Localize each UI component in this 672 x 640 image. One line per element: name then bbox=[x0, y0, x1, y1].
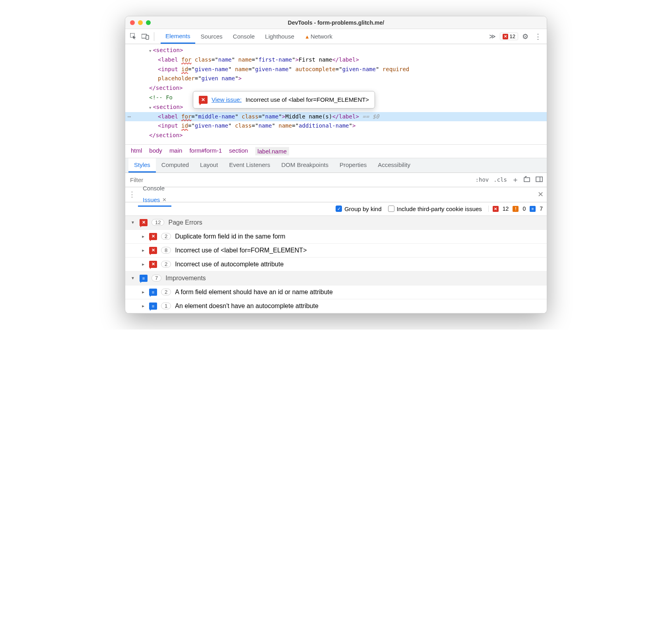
more-menu-icon[interactable]: ⋮ bbox=[532, 32, 544, 41]
breadcrumb-item[interactable]: main bbox=[169, 147, 183, 155]
error-icon: ✕ bbox=[199, 96, 208, 104]
svg-rect-3 bbox=[524, 178, 530, 182]
drawer-menu-icon[interactable]: ⋮ bbox=[128, 190, 136, 199]
error-icon: ✕ bbox=[493, 206, 499, 212]
settings-gear-icon[interactable]: ⚙ bbox=[520, 32, 531, 41]
tab-network[interactable]: ▲Network bbox=[300, 30, 337, 43]
info-icon: ≡ bbox=[530, 206, 536, 212]
sidebar-toggle-icon[interactable] bbox=[536, 176, 543, 183]
subtab-dom-breakpoints[interactable]: DOM Breakpoints bbox=[276, 158, 334, 173]
drawer-tab-console[interactable]: Console bbox=[138, 182, 171, 194]
breadcrumb: htmlbodymainform#form-1sectionlabel.name bbox=[125, 144, 547, 158]
svg-rect-2 bbox=[146, 35, 149, 39]
tab-sources[interactable]: Sources bbox=[196, 30, 227, 43]
issue-row[interactable]: ▼≡1An element doesn't have an autocomple… bbox=[125, 299, 547, 313]
error-icon: ✕ bbox=[503, 34, 508, 39]
dom-line[interactable]: <label for class="name" name="first-name… bbox=[125, 55, 547, 65]
issues-list: ▼✕12Page Errors▼✕2Duplicate form field i… bbox=[125, 216, 547, 313]
tab-lighthouse[interactable]: Lighthouse bbox=[260, 30, 299, 43]
third-party-checkbox[interactable]: Include third-party cookie issues bbox=[388, 206, 482, 212]
styles-filter-row: :hov .cls ＋ bbox=[125, 173, 547, 187]
subtab-computed[interactable]: Computed bbox=[156, 158, 194, 173]
subtab-event-listeners[interactable]: Event Listeners bbox=[223, 158, 276, 173]
computed-styles-icon[interactable] bbox=[524, 176, 531, 184]
dom-line[interactable]: <label for="middle-name" class="name">Mi… bbox=[125, 112, 547, 122]
tab-elements[interactable]: Elements bbox=[161, 29, 195, 44]
issue-group-header[interactable]: ▼✕12Page Errors bbox=[125, 216, 547, 229]
issue-tooltip: ✕View issue:Incorrect use of <label for=… bbox=[193, 91, 375, 109]
hov-toggle[interactable]: :hov bbox=[476, 176, 489, 183]
issue-row[interactable]: ▼≡2A form field element should have an i… bbox=[125, 285, 547, 299]
breadcrumb-item[interactable]: html bbox=[131, 147, 142, 155]
issue-row[interactable]: ▼✕8Incorrect use of <label for=FORM_ELEM… bbox=[125, 243, 547, 257]
issues-toolbar: ✓Group by kind Include third-party cooki… bbox=[125, 202, 547, 216]
breadcrumb-item[interactable]: form#form-1 bbox=[189, 147, 222, 155]
drawer-tab-issues[interactable]: Issues ✕ bbox=[138, 194, 171, 207]
dom-line[interactable]: <input id="given-name" class="name" name… bbox=[125, 121, 547, 131]
cls-toggle[interactable]: .cls bbox=[493, 176, 507, 183]
dom-line[interactable]: </section> bbox=[125, 131, 547, 140]
error-icon: ✕ bbox=[149, 261, 157, 268]
device-toolbar-icon[interactable] bbox=[140, 31, 151, 42]
tabs-overflow-button[interactable]: ≫ bbox=[487, 33, 498, 40]
error-icon: ✕ bbox=[140, 219, 148, 226]
error-count-badge[interactable]: ✕ 12 bbox=[500, 33, 518, 40]
issue-row[interactable]: ▼✕2Incorrect use of autocomplete attribu… bbox=[125, 257, 547, 271]
warning-icon: ! bbox=[513, 206, 519, 212]
styles-subtabs: StylesComputedLayoutEvent ListenersDOM B… bbox=[125, 158, 547, 173]
issue-row[interactable]: ▼✕2Duplicate form field id in the same f… bbox=[125, 229, 547, 243]
info-icon: ≡ bbox=[149, 289, 157, 296]
subtab-properties[interactable]: Properties bbox=[334, 158, 372, 173]
dom-line[interactable]: <section> bbox=[125, 46, 547, 55]
drawer-tabs: ⋮ ConsoleIssues ✕ ✕ bbox=[125, 187, 547, 202]
titlebar: DevTools - form-problems.glitch.me/ bbox=[125, 16, 547, 29]
breadcrumb-item[interactable]: label.name bbox=[255, 147, 289, 155]
close-tab-icon[interactable]: ✕ bbox=[162, 197, 167, 203]
info-icon: ≡ bbox=[140, 275, 148, 282]
view-issue-link[interactable]: View issue: bbox=[212, 95, 242, 105]
close-drawer-icon[interactable]: ✕ bbox=[538, 190, 544, 199]
group-by-kind-checkbox[interactable]: ✓Group by kind bbox=[336, 206, 381, 212]
styles-filter-input[interactable] bbox=[125, 176, 472, 183]
subtab-layout[interactable]: Layout bbox=[194, 158, 223, 173]
window-title: DevTools - form-problems.glitch.me/ bbox=[125, 19, 547, 26]
breadcrumb-item[interactable]: section bbox=[229, 147, 248, 155]
error-icon: ✕ bbox=[149, 247, 157, 254]
info-icon: ≡ bbox=[149, 303, 157, 310]
svg-rect-4 bbox=[536, 177, 542, 182]
issue-group-header[interactable]: ▼≡7Improvements bbox=[125, 272, 547, 285]
error-icon: ✕ bbox=[149, 233, 157, 240]
main-toolbar: ElementsSourcesConsoleLighthouse▲Network… bbox=[125, 29, 547, 44]
subtab-styles[interactable]: Styles bbox=[128, 158, 156, 173]
dom-line[interactable]: <input id="given-name" name="given-name"… bbox=[125, 65, 547, 84]
subtab-accessibility[interactable]: Accessibility bbox=[372, 158, 416, 173]
new-style-rule-icon[interactable]: ＋ bbox=[512, 175, 519, 184]
breadcrumb-item[interactable]: body bbox=[149, 147, 162, 155]
inspect-element-icon[interactable] bbox=[128, 31, 139, 42]
elements-dom-tree[interactable]: <section><label for class="name" name="f… bbox=[125, 44, 547, 144]
tab-console[interactable]: Console bbox=[228, 30, 260, 43]
